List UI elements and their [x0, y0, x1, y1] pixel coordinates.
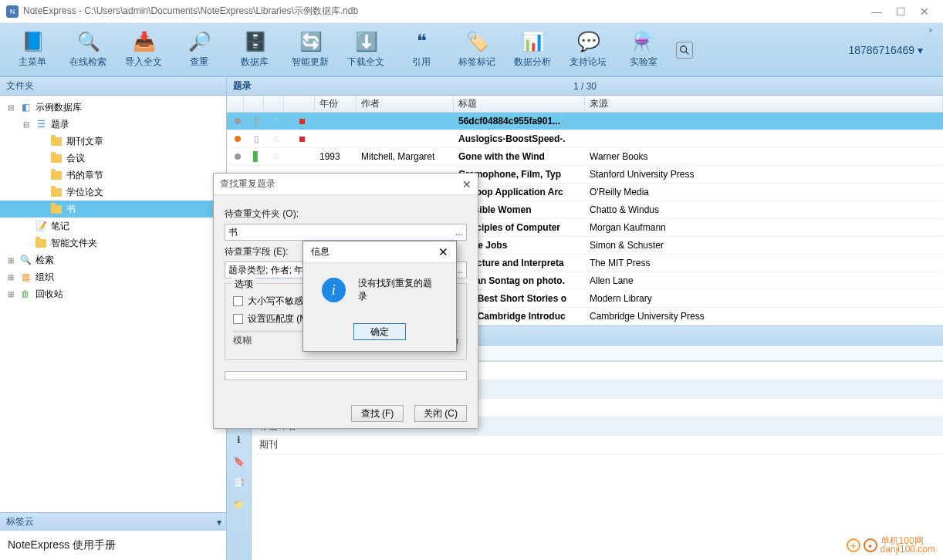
tree-node-期刊文章[interactable]: 期刊文章 — [0, 133, 226, 150]
toggle-icon[interactable]: ⊞ — [6, 273, 15, 282]
toggle-icon[interactable]: ⊞ — [6, 290, 15, 299]
ok-button[interactable]: 确定 — [353, 323, 406, 340]
flag-icon — [284, 116, 315, 127]
detail-row[interactable]: 期刊 — [252, 436, 943, 454]
node-icon: ◧ — [19, 101, 32, 113]
tree-node-会议[interactable]: 会议 — [0, 150, 226, 167]
tree-node-题录[interactable]: ⊟☰题录 — [0, 116, 226, 133]
toggle-icon[interactable]: ⊟ — [6, 103, 15, 112]
col-star[interactable] — [264, 96, 284, 112]
window-controls: — ☐ ✕ — [871, 5, 937, 18]
ribbon-主菜单[interactable]: 📘主菜单 — [5, 27, 60, 73]
svg-point-0 — [681, 46, 687, 52]
table-row[interactable]: ▋ ☆ 1993 Mitchell, Margaret Gone with th… — [227, 148, 943, 166]
ribbon-icon: 💬 — [577, 31, 599, 52]
folder-label: 待查重文件夹 (O): — [225, 207, 467, 221]
ribbon-icon: 🗄️ — [244, 31, 265, 52]
tree-node-检索[interactable]: ⊞🔍检索 — [0, 251, 226, 268]
minimize-button[interactable]: — — [871, 5, 882, 18]
ribbon-支持论坛[interactable]: 💬支持论坛 — [560, 27, 616, 73]
ribbon-icon: 🔄 — [299, 31, 321, 52]
doc-icon: ▯ — [244, 133, 264, 144]
close-button[interactable]: 关闭 (C) — [414, 405, 467, 422]
ribbon-icon: 📊 — [522, 31, 543, 52]
ribbon-数据库[interactable]: 🗄️数据库 — [227, 27, 282, 73]
col-title[interactable]: 标题 — [454, 96, 585, 112]
toggle-icon[interactable]: ⊞ — [6, 256, 15, 265]
folder-input[interactable]: 书... — [225, 224, 467, 241]
options-legend: 选项 — [232, 278, 256, 291]
browse-icon[interactable]: ... — [455, 227, 463, 238]
ribbon-icon: 🔎 — [188, 31, 210, 52]
ribbon-icon: 🏷️ — [466, 31, 488, 52]
tagcloud-body: NoteExpress 使用手册 — [0, 531, 226, 560]
detail-tag-icon[interactable]: 🔖 — [232, 454, 246, 468]
doc-icon: ▯ — [244, 116, 264, 127]
col-flag[interactable] — [284, 96, 315, 112]
node-icon: 📝 — [34, 220, 48, 232]
ribbon-引用[interactable]: ❝引用 — [394, 27, 449, 73]
col-status[interactable] — [227, 96, 244, 112]
info-titlebar: 信息 ✕ — [303, 241, 456, 263]
detail-loc-icon[interactable]: 📁 — [232, 498, 246, 511]
node-icon — [49, 186, 63, 198]
dialog-titlebar: 查找重复题录 ✕ — [214, 174, 478, 195]
info-dialog: 信息 ✕ i 没有找到重复的题录 确定 — [303, 241, 457, 352]
col-source[interactable]: 来源 — [585, 96, 943, 112]
svg-line-1 — [686, 51, 689, 54]
ribbon-智能更新[interactable]: 🔄智能更新 — [282, 27, 338, 73]
info-message: 没有找到重复的题录 — [358, 277, 438, 303]
window-title: NoteExpress - C:\Users\admin\Documents\N… — [23, 5, 358, 18]
ribbon-在线检索[interactable]: 🔍在线检索 — [60, 27, 116, 73]
detail-note-icon[interactable]: 📑 — [232, 476, 246, 490]
tree-node-组织[interactable]: ⊞▦组织 — [0, 268, 226, 285]
table-row[interactable]: ▯ ☆ Auslogics-BoostSpeed-. — [227, 130, 943, 148]
ribbon-标签标记[interactable]: 🏷️标签标记 — [449, 27, 505, 73]
ribbon-下载全文[interactable]: ⬇️下载全文 — [338, 27, 394, 73]
doc-icon: ▋ — [244, 151, 264, 162]
sidebar: 文件夹 ⊟◧示例数据库⊟☰题录期刊文章会议书的章节学位论文书📝笔记智能文件夹⊞🔍… — [0, 77, 227, 560]
tree-node-智能文件夹[interactable]: 智能文件夹 — [0, 234, 226, 251]
ribbon-数据分析[interactable]: 📊数据分析 — [505, 27, 560, 73]
tagcloud-header[interactable]: 标签云▾ — [0, 512, 226, 531]
info-icon: i — [322, 278, 346, 302]
watermark: + • 单机100网danji100.com — [847, 537, 935, 554]
col-doc[interactable] — [244, 96, 264, 112]
dialog-close-icon[interactable]: ✕ — [462, 178, 472, 191]
close-button[interactable]: ✕ — [920, 5, 929, 18]
ribbon-icon: ⬇️ — [355, 31, 377, 52]
tagcloud-chevron-icon[interactable]: ▾ — [217, 517, 221, 528]
ribbon-查重[interactable]: 🔎查重 — [171, 27, 227, 73]
col-author[interactable]: 作者 — [357, 96, 454, 112]
ribbon-实验室[interactable]: ⚗️实验室 — [616, 27, 671, 73]
list-header: 题录 1 / 30 — [227, 77, 943, 96]
table-row[interactable]: ▯ ☆ 56dcf04884c955fa901... — [227, 113, 943, 130]
ribbon-overflow-icon[interactable]: » — [924, 25, 937, 35]
sidebar-header: 文件夹 — [0, 77, 226, 96]
tree-node-学位论文[interactable]: 学位论文 — [0, 184, 226, 201]
find-button[interactable]: 查找 (F) — [351, 405, 404, 422]
ribbon-icon: 📘 — [22, 31, 43, 52]
tree-node-书的章节[interactable]: 书的章节 — [0, 167, 226, 184]
maximize-button[interactable]: ☐ — [896, 5, 906, 18]
tree-node-书[interactable]: 书 — [0, 201, 226, 218]
watermark-icon: • — [864, 538, 877, 552]
tree-node-笔记[interactable]: 📝笔记 — [0, 218, 226, 234]
account-label[interactable]: 18786716469 ▾ — [848, 44, 923, 56]
node-icon — [49, 152, 63, 164]
info-close-icon[interactable]: ✕ — [438, 245, 448, 259]
star-icon[interactable]: ☆ — [264, 116, 284, 127]
titlebar: N NoteExpress - C:\Users\admin\Documents… — [0, 0, 943, 23]
ribbon-导入全文[interactable]: 📥导入全文 — [116, 27, 171, 73]
col-year[interactable]: 年份 — [315, 96, 357, 112]
toggle-icon[interactable]: ⊟ — [22, 120, 31, 129]
star-icon[interactable]: ☆ — [264, 133, 284, 144]
star-icon[interactable]: ☆ — [264, 151, 284, 162]
node-icon: ▦ — [19, 271, 32, 283]
node-icon: ☰ — [34, 118, 48, 130]
tree-node-回收站[interactable]: ⊞🗑回收站 — [0, 285, 226, 302]
detail-info-icon[interactable]: ℹ — [232, 433, 246, 447]
search-button[interactable] — [676, 42, 693, 59]
fuzzy-label: 模糊 — [233, 334, 252, 347]
tree-node-示例数据库[interactable]: ⊟◧示例数据库 — [0, 99, 226, 116]
